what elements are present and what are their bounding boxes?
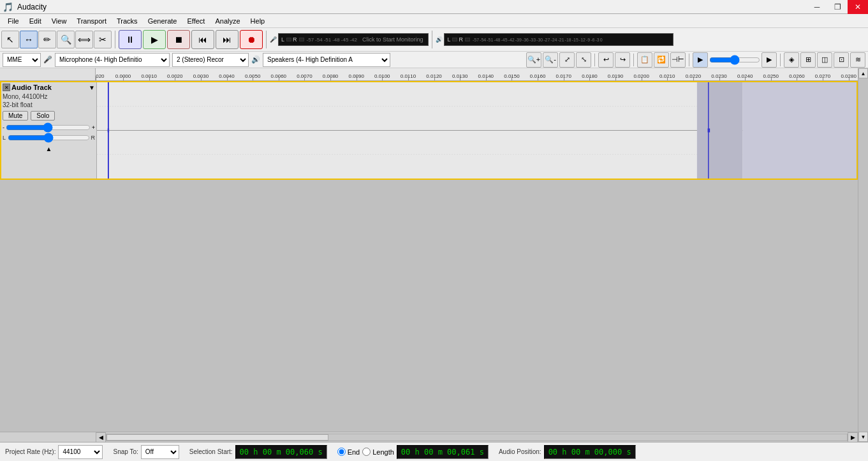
stop-button[interactable]: ⏹ <box>167 30 190 49</box>
api-select[interactable]: MME <box>3 53 41 67</box>
play-speed-slider[interactable] <box>709 55 760 65</box>
pan-slider[interactable] <box>8 134 90 142</box>
selection-start-display[interactable]: 00 h 00 m 00,060 s <box>235 445 327 459</box>
extra-button3[interactable]: ⊡ <box>834 52 849 68</box>
selection-tool-button[interactable]: ↖ <box>1 31 19 48</box>
speakers-select[interactable]: Speakers (4- High Definition A <box>263 53 390 67</box>
zoom-sel-button[interactable]: ⤡ <box>576 52 591 68</box>
ruler-numbers: -0.00200.00000.00100.00200.00300.00400.0… <box>96 68 858 80</box>
ruler-tick-mark <box>201 77 202 80</box>
restore-button[interactable]: ❐ <box>827 0 848 14</box>
audio-track: ✕ Audio Track ▼ Mono, 44100Hz 32-bit flo… <box>0 81 858 180</box>
rewind-button[interactable]: ⏮ <box>191 30 214 49</box>
scroll-up-button[interactable]: ▲ <box>858 68 868 78</box>
zoom-out-button[interactable]: 🔍- <box>543 52 558 68</box>
gain-slider[interactable] <box>6 124 91 131</box>
ruler-tick-mark <box>279 77 279 80</box>
ruler-tick-mark <box>849 77 850 80</box>
menu-item-view[interactable]: View <box>47 16 72 26</box>
waveform-area[interactable]: 1.0 0.5 0.0 -0.5 -1.0 <box>97 82 857 179</box>
horizontal-scrollbar[interactable] <box>106 434 848 441</box>
gain-row: - + <box>3 124 95 131</box>
output-meter-display[interactable]: L R -57 -54 -51 -48 -45 -42 -39 -36 -33 <box>444 33 673 46</box>
toolbar-area: ↖ ↔ ✏ 🔍 ⟺ ✂ ⏸ ▶ ⏹ ⏮ ⏭ ⏺ 🎤 <box>0 28 868 68</box>
close-button[interactable]: ✕ <box>848 0 868 14</box>
multi-tool-button[interactable]: ✂ <box>94 31 112 48</box>
title-bar-right: ─ ❐ ✕ <box>807 0 868 14</box>
cut-preview-button[interactable]: ⊣⊢ <box>670 52 686 68</box>
extra-button1[interactable]: ⊞ <box>800 52 816 68</box>
redo-button[interactable]: ↪ <box>615 52 630 68</box>
fit-project-button[interactable]: ⤢ <box>559 52 575 68</box>
length-radio-label[interactable]: Length <box>362 448 394 456</box>
history-button[interactable]: 📋 <box>637 52 652 68</box>
microphone-select[interactable]: Microphone (4- High Definitio <box>55 53 170 67</box>
scroll-left-button[interactable]: ◀ <box>96 432 106 443</box>
zoom-tool-button[interactable]: 🔍 <box>57 31 75 48</box>
vertical-scrollbar: ▲ ▼ <box>858 68 868 442</box>
ruler-tick-mark <box>719 77 720 80</box>
scroll-down-button[interactable]: ▼ <box>858 432 868 442</box>
ruler-tick-mark <box>330 77 331 80</box>
play-button[interactable]: ▶ <box>143 30 166 49</box>
undo-button[interactable]: ↩ <box>598 52 614 68</box>
track-collapse-button[interactable]: ▲ <box>3 145 95 152</box>
menu-bar: FileEditViewTransportTracksGenerateEffec… <box>0 14 868 28</box>
menu-item-file[interactable]: File <box>3 16 24 26</box>
scroll-right-button[interactable]: ▶ <box>848 432 858 443</box>
waveform-svg <box>97 82 857 179</box>
spectral-sel-button[interactable]: ◈ <box>784 52 799 68</box>
mute-button[interactable]: Mute <box>3 111 28 121</box>
menu-item-analyze[interactable]: Analyze <box>210 16 245 26</box>
play-at-speed-button[interactable]: ▶ <box>761 52 777 68</box>
pause-button[interactable]: ⏸ <box>119 30 142 49</box>
extra-button2[interactable]: ◫ <box>817 52 832 68</box>
output-lr-label: L <box>447 36 450 43</box>
menu-item-tracks[interactable]: Tracks <box>112 16 143 26</box>
minimize-button[interactable]: ─ <box>807 0 827 14</box>
loop-button[interactable]: 🔁 <box>654 52 669 68</box>
click-monitor-button[interactable]: Click to Start Monitoring <box>360 36 426 43</box>
end-radio[interactable] <box>337 448 346 456</box>
ruler-row: -0.00200.00000.00100.00200.00300.00400.0… <box>0 68 858 81</box>
ruler-tick-label: -0.0020 <box>96 73 105 79</box>
channels-select[interactable]: 2 (Stereo) Recor <box>172 53 249 67</box>
record-button[interactable]: ⏺ <box>240 30 263 49</box>
menu-item-edit[interactable]: Edit <box>24 16 47 26</box>
play-speed-button[interactable]: ▶ <box>693 52 708 68</box>
menu-item-generate[interactable]: Generate <box>143 16 182 26</box>
selection-end-display[interactable]: 00 h 00 m 00,061 s <box>397 445 489 459</box>
input-meter-icon: 🎤 <box>270 36 277 43</box>
end-radio-label[interactable]: End <box>337 448 360 456</box>
input-r-label: R <box>293 36 297 43</box>
ruler-tick-mark <box>434 77 435 80</box>
device-selectors-row: MME 🎤 Microphone (4- High Definitio 2 (S… <box>0 51 868 68</box>
selection-start-group: Selection Start: 00 h 00 m 00,060 s <box>189 445 327 459</box>
pan-r-label: R <box>91 135 96 141</box>
ruler-tick-mark <box>511 77 512 80</box>
ruler-tick-mark <box>589 77 590 80</box>
length-radio[interactable] <box>362 448 371 456</box>
input-meter-display[interactable]: L R -57 -54 -51 -48 -45 -42 Click to Sta… <box>278 33 429 46</box>
track-controls: ✕ Audio Track ▼ Mono, 44100Hz 32-bit flo… <box>1 82 97 179</box>
audio-pos-display[interactable]: 00 h 00 m 00,000 s <box>544 445 636 459</box>
track-dropdown-button[interactable]: ▼ <box>89 84 95 91</box>
project-rate-select[interactable]: 44100 <box>58 445 103 459</box>
zoom-in-button[interactable]: 🔍+ <box>526 52 541 68</box>
input-meter-section: 🎤 L R -57 -54 -51 -48 -45 -42 Click to S… <box>270 33 429 46</box>
mic-icon: 🎤 <box>43 55 52 64</box>
envelope-tool-button[interactable]: ↔ <box>20 31 38 48</box>
menu-item-transport[interactable]: Transport <box>71 16 112 26</box>
ffwd-button[interactable]: ⏭ <box>216 30 239 49</box>
timeshift-tool-button[interactable]: ⟺ <box>75 31 93 48</box>
extra-button4[interactable]: ≋ <box>850 52 865 68</box>
draw-tool-button[interactable]: ✏ <box>38 31 56 48</box>
snap-to-select[interactable]: Off <box>141 445 179 459</box>
scroll-thumb[interactable] <box>107 434 328 441</box>
end-label: End <box>348 448 360 456</box>
menu-item-help[interactable]: Help <box>246 16 270 26</box>
solo-button[interactable]: Solo <box>31 111 55 121</box>
menu-item-effect[interactable]: Effect <box>182 16 210 26</box>
ruler-tick-mark <box>175 77 175 80</box>
track-close-button[interactable]: ✕ <box>3 84 10 91</box>
